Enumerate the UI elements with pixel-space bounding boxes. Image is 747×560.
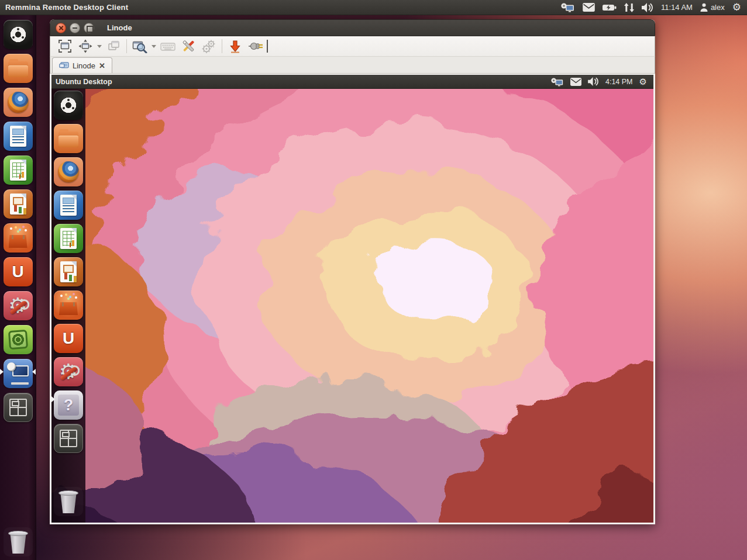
page-fold: [71, 195, 77, 200]
unity-launcher: U ⚙: [0, 15, 36, 560]
host-clock[interactable]: 11:14 AM: [661, 3, 693, 12]
minimize-button[interactable]: [70, 23, 80, 33]
remote-launcher-item-libreoffice-calc[interactable]: [54, 224, 83, 253]
remote-launcher-item-software-center[interactable]: [54, 291, 83, 320]
host-indicator-area: 11:14 AM alex ⚙: [561, 2, 747, 12]
launcher-item-firefox[interactable]: [4, 88, 33, 117]
remote-launcher-item-libreoffice-writer[interactable]: [54, 191, 83, 220]
launcher-item-workspace-switcher[interactable]: [4, 393, 33, 422]
tab-label: Linode: [73, 61, 95, 70]
grab-keyboard-button[interactable]: [160, 39, 175, 54]
satellite-dish-icon: [7, 362, 16, 371]
workspace-window-icon: [12, 401, 19, 406]
firefox-icon: [58, 161, 79, 182]
workspace-window-icon: [62, 432, 70, 437]
focused-app-title: Remmina Remote Desktop Client: [0, 3, 128, 12]
folder-icon: [58, 132, 78, 147]
remote-launcher-item-workspace-switcher[interactable]: [54, 424, 83, 453]
battery-icon[interactable]: [603, 4, 617, 12]
connection-tabbar: Linode ✕: [50, 57, 655, 74]
launcher-item-system-settings[interactable]: ⚙: [4, 291, 33, 320]
window-toolbar: [50, 36, 655, 57]
volume-icon[interactable]: [642, 3, 653, 12]
remote-indicator-area: 4:14 PM ⚙: [551, 77, 649, 87]
remote-launcher-item-libreoffice-impress[interactable]: [54, 257, 83, 286]
focused-app-arrow-right: [32, 369, 36, 375]
question-mark-icon: ?: [58, 395, 79, 416]
launcher-item-ubuntu-one[interactable]: U: [4, 257, 33, 286]
toolbar-separator: [222, 39, 222, 53]
remote-unity-launcher: U ⚙ ?: [51, 89, 85, 523]
tab-close-icon[interactable]: ✕: [99, 61, 105, 70]
confetti-icon: [10, 227, 12, 230]
tab-monitor-icon: [59, 62, 69, 70]
page-fold: [21, 126, 26, 131]
extra-tools-button[interactable]: [201, 39, 216, 54]
window-title: Linode: [107, 23, 132, 32]
volume-icon[interactable]: [588, 77, 599, 86]
mail-icon[interactable]: [583, 3, 595, 12]
remote-focused-app-arrow: [51, 396, 55, 402]
remote-launcher-item-unknown-app[interactable]: ?: [54, 390, 83, 420]
remote-menu-title[interactable]: Ubuntu Desktop: [56, 78, 112, 86]
remote-launcher-item-firefox[interactable]: [54, 157, 83, 186]
trash-rim: [58, 490, 78, 496]
page-fold: [71, 261, 77, 267]
shopping-bag-icon: [59, 302, 78, 315]
remote-session-gear-icon[interactable]: ⚙: [639, 77, 647, 86]
ubuntu-one-icon: U: [4, 257, 33, 286]
tab-linode[interactable]: Linode ✕: [52, 57, 112, 73]
launcher-item-home-folder[interactable]: [4, 54, 33, 83]
remote-top-panel: Ubuntu Desktop 4:14 PM ⚙: [51, 75, 653, 89]
fit-window-dropdown-caret[interactable]: [97, 45, 102, 48]
page-fold: [21, 160, 26, 165]
toggle-scaled-mode-button[interactable]: [132, 39, 147, 54]
text-cursor: [267, 40, 268, 53]
launcher-item-libreoffice-writer[interactable]: [4, 122, 33, 151]
toggle-fullscreen-button[interactable]: [57, 39, 73, 54]
keyboard-icon: [11, 382, 29, 385]
launcher-item-software-center[interactable]: [4, 223, 33, 253]
disconnect-plug-button[interactable]: [248, 39, 263, 54]
ubuntu-logo-icon: [4, 20, 33, 49]
remote-wallpaper: [51, 89, 653, 523]
launcher-item-trash[interactable]: [4, 527, 33, 556]
confetti-icon: [60, 295, 63, 297]
launcher-item-software-updater[interactable]: [4, 325, 33, 354]
remote-launcher-item-home-folder[interactable]: [54, 124, 83, 153]
trash-rim: [8, 531, 28, 536]
remote-clock[interactable]: 4:14 PM: [605, 78, 633, 86]
launcher-item-libreoffice-impress[interactable]: [4, 189, 33, 219]
page-fold: [71, 228, 77, 233]
fit-window-button[interactable]: [78, 39, 93, 54]
close-button[interactable]: [56, 23, 66, 33]
mail-icon[interactable]: [570, 78, 581, 86]
scaled-mode-dropdown-caret[interactable]: [152, 45, 156, 48]
remote-launcher-item-trash[interactable]: [54, 487, 83, 516]
remote-session-indicator-icon[interactable]: [551, 77, 564, 87]
host-top-panel: Remmina Remote Desktop Client 11:14 AM a…: [0, 0, 747, 15]
remmina-window: Linode: [50, 19, 655, 524]
duplicate-connection-button[interactable]: [106, 39, 121, 54]
focused-app-arrow-left: [0, 369, 4, 375]
ubuntu-logo-icon: [54, 91, 83, 120]
toolbar-separator: [126, 39, 127, 53]
network-traffic-icon[interactable]: [624, 3, 634, 12]
session-gear-icon[interactable]: ⚙: [732, 2, 741, 12]
page-fold: [21, 193, 26, 199]
maximize-button[interactable]: [84, 23, 94, 33]
remote-session-indicator-icon[interactable]: [561, 2, 575, 12]
launcher-item-libreoffice-calc[interactable]: [4, 155, 33, 185]
launcher-item-dash-home[interactable]: [4, 20, 33, 49]
firefox-icon: [8, 92, 29, 113]
take-screenshot-button[interactable]: [228, 39, 243, 54]
window-titlebar[interactable]: Linode: [50, 19, 655, 36]
user-menu[interactable]: alex: [700, 3, 725, 12]
remote-desktop-viewport[interactable]: Ubuntu Desktop 4:14 PM ⚙: [50, 74, 655, 524]
remote-launcher-item-ubuntu-one[interactable]: U: [54, 324, 83, 353]
folder-icon: [8, 61, 28, 77]
remote-launcher-item-dash-home[interactable]: [54, 91, 83, 120]
launcher-item-remmina[interactable]: [4, 359, 33, 388]
remote-launcher-item-system-settings[interactable]: ⚙: [54, 357, 83, 386]
preferences-tools-button[interactable]: [181, 39, 196, 54]
